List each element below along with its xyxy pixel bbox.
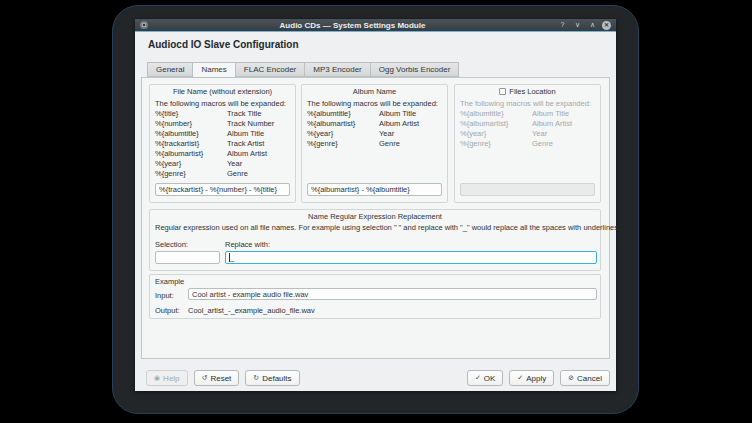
selection-label: Selection:: [155, 240, 188, 249]
macro-token: %{number}: [155, 119, 227, 129]
apply-check-icon: ✓: [517, 374, 523, 382]
footer-right-buttons: ✓ OK ✓ Apply ⊘ Cancel: [467, 370, 610, 386]
file-name-group-title: File Name (without extension): [150, 87, 295, 96]
reset-button[interactable]: ↺ Reset: [194, 370, 240, 386]
example-group-title: Example: [155, 277, 184, 286]
macro-description: Album Artist: [532, 119, 572, 129]
macro-description: Year: [379, 129, 394, 139]
screen-bezel: Audio CDs — System Settings Module ? ∨ ∧…: [112, 5, 639, 414]
macro-row: %{albumartist} Album Artist: [155, 149, 292, 159]
tab-content: File Name (without extension) The follow…: [141, 77, 610, 359]
tab-bar: General Names FLAC Encoder MP3 Encoder O…: [147, 62, 459, 78]
files-location-group: Files Location The following macros will…: [454, 84, 601, 203]
replace-with-label: Replace with:: [225, 240, 270, 249]
settings-window: Audio CDs — System Settings Module ? ∨ ∧…: [135, 19, 616, 391]
reset-icon: ↺: [202, 374, 208, 382]
macro-description: Genre: [532, 139, 553, 149]
cancel-button[interactable]: ⊘ Cancel: [560, 370, 610, 386]
help-button: ◉ Help: [146, 370, 188, 386]
macro-row: %{year} Year: [155, 159, 292, 169]
minimize-button[interactable]: ∨: [572, 19, 583, 31]
macro-token: %{albumartist}: [155, 149, 227, 159]
example-input[interactable]: [188, 288, 597, 300]
macro-token: %{albumartist}: [460, 119, 532, 129]
macro-row: %{year} Year: [307, 129, 444, 139]
macro-row: %{number} Track Number: [155, 119, 292, 129]
macros-note: The following macros will be expanded:: [307, 99, 442, 108]
tab-names[interactable]: Names: [192, 62, 235, 78]
macro-token: %{genre}: [155, 169, 227, 179]
titlebar-accent-line: [135, 31, 616, 32]
macros-note: The following macros will be expanded:: [460, 99, 595, 108]
macro-description: Genre: [227, 169, 248, 179]
macro-row: %{trackartist} Track Artist: [155, 139, 292, 149]
reset-button-label: Reset: [210, 374, 231, 383]
macro-token: %{albumtitle}: [460, 109, 532, 119]
macro-description: Year: [532, 129, 547, 139]
macro-row: %{albumartist} Album Artist: [307, 119, 444, 129]
defaults-icon: ↻: [253, 374, 259, 382]
cancel-button-label: Cancel: [577, 374, 602, 383]
macro-token: %{year}: [460, 129, 532, 139]
macro-row: %{genre} Genre: [460, 139, 597, 149]
maximize-button[interactable]: ∧: [587, 19, 598, 31]
help-window-button[interactable]: ?: [557, 19, 568, 31]
macro-token: %{albumartist}: [307, 119, 379, 129]
replace-with-input[interactable]: _: [225, 251, 597, 264]
selection-input[interactable]: [155, 251, 220, 264]
macro-description: Track Number: [227, 119, 274, 129]
files-location-pattern-input: [460, 183, 595, 196]
file-name-group: File Name (without extension) The follow…: [149, 84, 296, 203]
macro-description: Album Artist: [227, 149, 267, 159]
ok-button[interactable]: ✓ OK: [467, 370, 503, 386]
macro-description: Track Title: [227, 109, 261, 119]
file-name-pattern-input[interactable]: [155, 183, 290, 196]
example-group: Example Input: Output: Cool_artist_-_exa…: [149, 274, 601, 319]
macro-row: %{albumartist} Album Artist: [460, 119, 597, 129]
close-icon[interactable]: ✕: [602, 21, 611, 30]
macro-row: %{year} Year: [460, 129, 597, 139]
help-icon: ◉: [154, 374, 160, 382]
album-name-group: Album Name The following macros will be …: [301, 84, 448, 203]
album-name-pattern-input[interactable]: [307, 183, 442, 196]
macro-row: %{genre} Genre: [307, 139, 444, 149]
macro-token: %{albumtitle}: [307, 109, 379, 119]
macro-row: %{title} Track Title: [155, 109, 292, 119]
button-bar: ◉ Help ↺ Reset ↻ Defaults ✓ OK ✓: [146, 370, 610, 386]
cancel-icon: ⊘: [568, 374, 574, 382]
help-button-label: Help: [163, 374, 179, 383]
macro-list: %{title} Track Title %{number} Track Num…: [155, 109, 292, 179]
macro-row: %{genre} Genre: [155, 169, 292, 179]
titlebar[interactable]: Audio CDs — System Settings Module ? ∨ ∧…: [135, 19, 616, 31]
defaults-button[interactable]: ↻ Defaults: [245, 370, 299, 386]
tab-ogg-vorbis-encoder[interactable]: Ogg Vorbis Encoder: [370, 62, 460, 77]
regex-description: Regular expression used on all file name…: [155, 223, 620, 232]
window-title: Audio CDs — System Settings Module: [152, 21, 553, 30]
footer-left-buttons: ◉ Help ↺ Reset ↻ Defaults: [146, 370, 300, 386]
ok-button-label: OK: [484, 374, 496, 383]
macro-row: %{albumtitle} Album Title: [460, 109, 597, 119]
macro-description: Album Title: [532, 109, 569, 119]
macro-description: Track Artist: [227, 139, 264, 149]
files-location-checkbox-row[interactable]: Files Location: [455, 87, 600, 96]
macro-description: Album Title: [227, 129, 264, 139]
macro-token: %{genre}: [460, 139, 532, 149]
tab-general[interactable]: General: [147, 62, 192, 77]
example-input-label: Input:: [155, 291, 174, 300]
macro-description: Year: [227, 159, 242, 169]
macro-token: %{year}: [155, 159, 227, 169]
defaults-button-label: Defaults: [262, 374, 291, 383]
regex-group-title: Name Regular Expression Replacement: [150, 212, 600, 221]
tab-mp3-encoder[interactable]: MP3 Encoder: [304, 62, 369, 77]
macro-list: %{albumtitle} Album Title %{albumartist}…: [460, 109, 597, 149]
macro-token: %{albumtitle}: [155, 129, 227, 139]
regex-replacement-group: Name Regular Expression Replacement Regu…: [149, 209, 601, 271]
macro-token: %{genre}: [307, 139, 379, 149]
ok-check-icon: ✓: [475, 374, 481, 382]
album-name-group-title: Album Name: [302, 87, 447, 96]
example-output-value: Cool_artist_-_example_audio_file.wav: [188, 306, 315, 315]
files-location-checkbox[interactable]: [499, 88, 506, 95]
apply-button[interactable]: ✓ Apply: [509, 370, 554, 386]
tab-flac-encoder[interactable]: FLAC Encoder: [236, 62, 304, 77]
macro-description: Genre: [379, 139, 400, 149]
